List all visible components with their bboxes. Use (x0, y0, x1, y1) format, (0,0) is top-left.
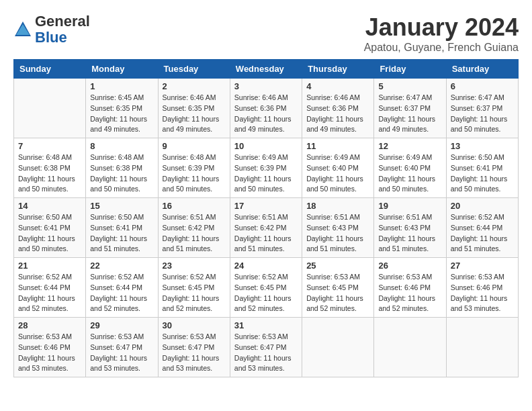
calendar-cell: 9Sunrise: 6:48 AMSunset: 6:39 PMDaylight… (158, 138, 230, 198)
calendar-cell: 28Sunrise: 6:53 AMSunset: 6:46 PMDayligh… (14, 318, 86, 377)
day-info: Sunrise: 6:49 AMSunset: 6:40 PMDaylight:… (306, 152, 369, 195)
column-header-wednesday: Wednesday (230, 60, 302, 79)
calendar-week-row: 21Sunrise: 6:52 AMSunset: 6:44 PMDayligh… (14, 258, 519, 318)
day-info: Sunrise: 6:50 AMSunset: 6:41 PMDaylight:… (451, 152, 514, 195)
day-info: Sunrise: 6:48 AMSunset: 6:38 PMDaylight:… (18, 152, 81, 195)
column-header-monday: Monday (86, 60, 158, 79)
day-number: 31 (234, 320, 298, 330)
calendar-cell: 5Sunrise: 6:47 AMSunset: 6:37 PMDaylight… (374, 79, 446, 138)
day-info: Sunrise: 6:52 AMSunset: 6:45 PMDaylight:… (163, 272, 226, 314)
column-header-friday: Friday (374, 60, 446, 79)
day-info: Sunrise: 6:51 AMSunset: 6:43 PMDaylight:… (378, 212, 441, 255)
calendar-header-row: SundayMondayTuesdayWednesdayThursdayFrid… (14, 60, 519, 79)
day-number: 8 (90, 141, 153, 151)
day-number: 21 (18, 261, 81, 271)
day-number: 22 (90, 261, 153, 271)
day-info: Sunrise: 6:53 AMSunset: 6:46 PMDaylight:… (378, 272, 441, 314)
day-info: Sunrise: 6:50 AMSunset: 6:41 PMDaylight:… (90, 212, 153, 255)
day-info: Sunrise: 6:53 AMSunset: 6:45 PMDaylight:… (306, 272, 369, 314)
calendar-cell (374, 318, 446, 377)
svg-marker-1 (16, 24, 30, 35)
page-header: General Blue January 2024 Apatou, Guyane… (13, 13, 519, 54)
day-number: 1 (90, 81, 153, 91)
logo-general-text: General (35, 13, 90, 30)
calendar-cell: 8Sunrise: 6:48 AMSunset: 6:38 PMDaylight… (86, 138, 158, 198)
calendar-cell: 11Sunrise: 6:49 AMSunset: 6:40 PMDayligh… (302, 138, 374, 198)
calendar-cell: 24Sunrise: 6:52 AMSunset: 6:45 PMDayligh… (230, 258, 302, 318)
day-number: 4 (306, 81, 369, 91)
calendar-table: SundayMondayTuesdayWednesdayThursdayFrid… (13, 59, 519, 377)
day-number: 20 (451, 201, 514, 211)
calendar-week-row: 28Sunrise: 6:53 AMSunset: 6:46 PMDayligh… (14, 318, 519, 377)
day-number: 3 (234, 81, 298, 91)
day-number: 17 (234, 201, 298, 211)
day-number: 30 (163, 320, 226, 330)
day-number: 24 (234, 261, 298, 271)
calendar-week-row: 1Sunrise: 6:45 AMSunset: 6:35 PMDaylight… (14, 79, 519, 138)
calendar-cell: 4Sunrise: 6:46 AMSunset: 6:36 PMDaylight… (302, 79, 374, 138)
day-info: Sunrise: 6:49 AMSunset: 6:40 PMDaylight:… (378, 152, 441, 195)
day-info: Sunrise: 6:52 AMSunset: 6:44 PMDaylight:… (90, 272, 153, 314)
day-number: 11 (306, 141, 369, 151)
day-info: Sunrise: 6:51 AMSunset: 6:42 PMDaylight:… (234, 212, 298, 255)
day-info: Sunrise: 6:51 AMSunset: 6:42 PMDaylight:… (163, 212, 226, 255)
day-info: Sunrise: 6:53 AMSunset: 6:46 PMDaylight:… (18, 332, 81, 374)
day-info: Sunrise: 6:52 AMSunset: 6:44 PMDaylight:… (451, 212, 514, 255)
day-info: Sunrise: 6:52 AMSunset: 6:45 PMDaylight:… (234, 272, 298, 314)
calendar-cell: 10Sunrise: 6:49 AMSunset: 6:39 PMDayligh… (230, 138, 302, 198)
calendar-cell: 18Sunrise: 6:51 AMSunset: 6:43 PMDayligh… (302, 198, 374, 258)
column-header-saturday: Saturday (446, 60, 518, 79)
calendar-cell: 6Sunrise: 6:47 AMSunset: 6:37 PMDaylight… (446, 79, 518, 138)
calendar-cell: 30Sunrise: 6:53 AMSunset: 6:47 PMDayligh… (158, 318, 230, 377)
day-number: 5 (378, 81, 441, 91)
day-number: 13 (451, 141, 514, 151)
calendar-cell: 21Sunrise: 6:52 AMSunset: 6:44 PMDayligh… (14, 258, 86, 318)
day-info: Sunrise: 6:45 AMSunset: 6:35 PMDaylight:… (90, 93, 153, 135)
title-area: January 2024 Apatou, Guyane, French Guia… (364, 13, 519, 54)
calendar-cell: 2Sunrise: 6:46 AMSunset: 6:35 PMDaylight… (158, 79, 230, 138)
calendar-cell: 3Sunrise: 6:46 AMSunset: 6:36 PMDaylight… (230, 79, 302, 138)
calendar-week-row: 14Sunrise: 6:50 AMSunset: 6:41 PMDayligh… (14, 198, 519, 258)
day-info: Sunrise: 6:50 AMSunset: 6:41 PMDaylight:… (18, 212, 81, 255)
day-info: Sunrise: 6:52 AMSunset: 6:44 PMDaylight:… (18, 272, 81, 314)
day-number: 25 (306, 261, 369, 271)
location: Apatou, Guyane, French Guiana (364, 42, 519, 54)
day-number: 14 (18, 201, 81, 211)
calendar-cell: 12Sunrise: 6:49 AMSunset: 6:40 PMDayligh… (374, 138, 446, 198)
day-info: Sunrise: 6:47 AMSunset: 6:37 PMDaylight:… (451, 93, 514, 135)
day-number: 18 (306, 201, 369, 211)
column-header-thursday: Thursday (302, 60, 374, 79)
day-number: 15 (90, 201, 153, 211)
day-info: Sunrise: 6:53 AMSunset: 6:47 PMDaylight:… (90, 332, 153, 374)
day-number: 19 (378, 201, 441, 211)
logo: General Blue (13, 13, 90, 46)
day-number: 10 (234, 141, 298, 151)
calendar-cell (14, 79, 86, 138)
day-number: 16 (163, 201, 226, 211)
day-info: Sunrise: 6:53 AMSunset: 6:47 PMDaylight:… (163, 332, 226, 374)
calendar-cell: 14Sunrise: 6:50 AMSunset: 6:41 PMDayligh… (14, 198, 86, 258)
calendar-cell: 15Sunrise: 6:50 AMSunset: 6:41 PMDayligh… (86, 198, 158, 258)
day-info: Sunrise: 6:53 AMSunset: 6:47 PMDaylight:… (234, 332, 298, 374)
day-info: Sunrise: 6:46 AMSunset: 6:36 PMDaylight:… (234, 93, 298, 135)
column-header-tuesday: Tuesday (158, 60, 230, 79)
calendar-cell: 17Sunrise: 6:51 AMSunset: 6:42 PMDayligh… (230, 198, 302, 258)
day-number: 27 (451, 261, 514, 271)
day-number: 9 (163, 141, 226, 151)
day-info: Sunrise: 6:46 AMSunset: 6:35 PMDaylight:… (163, 93, 226, 135)
day-number: 7 (18, 141, 81, 151)
calendar-cell: 25Sunrise: 6:53 AMSunset: 6:45 PMDayligh… (302, 258, 374, 318)
logo-text: General Blue (35, 13, 90, 46)
calendar-cell: 23Sunrise: 6:52 AMSunset: 6:45 PMDayligh… (158, 258, 230, 318)
day-number: 6 (451, 81, 514, 91)
calendar-cell: 27Sunrise: 6:53 AMSunset: 6:46 PMDayligh… (446, 258, 518, 318)
calendar-cell: 20Sunrise: 6:52 AMSunset: 6:44 PMDayligh… (446, 198, 518, 258)
day-info: Sunrise: 6:47 AMSunset: 6:37 PMDaylight:… (378, 93, 441, 135)
logo-blue-text: Blue (35, 29, 67, 46)
calendar-cell (302, 318, 374, 377)
day-number: 29 (90, 320, 153, 330)
calendar-cell: 19Sunrise: 6:51 AMSunset: 6:43 PMDayligh… (374, 198, 446, 258)
day-info: Sunrise: 6:48 AMSunset: 6:38 PMDaylight:… (90, 152, 153, 195)
calendar-cell: 31Sunrise: 6:53 AMSunset: 6:47 PMDayligh… (230, 318, 302, 377)
day-info: Sunrise: 6:46 AMSunset: 6:36 PMDaylight:… (306, 93, 369, 135)
